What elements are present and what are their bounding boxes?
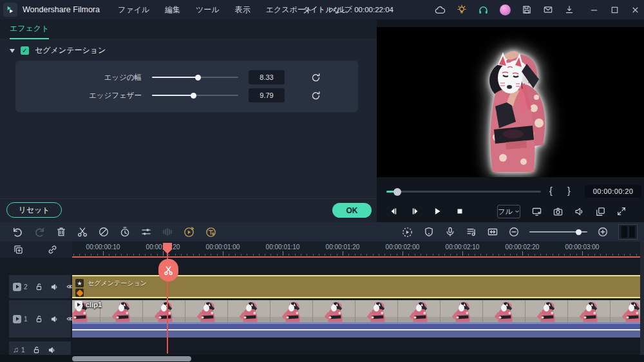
marker-shield-icon[interactable] [423,226,435,238]
ruler-tick [624,254,625,256]
account-avatar[interactable] [500,5,511,15]
scrubber-knob[interactable] [393,188,401,196]
lock-icon[interactable] [32,346,41,354]
mark-in-button[interactable]: { [549,186,553,196]
clip1-video-clip[interactable] [72,300,644,322]
crop-icon[interactable] [98,226,109,238]
copy-clip-icon[interactable] [13,244,24,255]
segmentation-checkbox[interactable]: ✓ [21,46,29,55]
stop-button[interactable] [455,206,465,216]
ruler-tick [421,254,421,256]
ruler-tick [553,254,553,256]
playhead-split-button[interactable] [158,259,178,281]
zoom-out-icon[interactable] [508,226,520,238]
ruler-tick [133,254,134,256]
maximize-button[interactable] [610,5,620,15]
next-frame-button[interactable] [410,206,421,216]
lock-icon[interactable] [35,283,43,291]
ruler-tick [558,254,559,256]
track-height-toggle[interactable] [618,224,638,240]
mute-track-icon[interactable] [50,283,59,291]
ruler-label: 00:00:01:00 [206,243,240,251]
cloud-icon[interactable] [435,5,446,15]
menu-file[interactable]: ファイル [118,5,149,15]
segmentation-section-header[interactable]: ✓ セグメンテーション [10,45,106,56]
slider-knob[interactable] [195,75,201,81]
timeline-horizontal-scrollbar[interactable] [0,355,644,362]
timeline-vertical-scrollbar[interactable] [640,242,644,355]
render-preview-icon[interactable] [401,226,413,238]
fit-timeline-icon[interactable] [487,226,498,238]
scrubber-track[interactable] [386,191,541,193]
split-scissors-icon[interactable] [77,226,88,238]
speed-timer-icon[interactable] [119,226,131,238]
ruler-tick [217,254,218,256]
mute-track-icon[interactable] [48,346,56,354]
play-button[interactable] [432,206,442,216]
menu-view[interactable]: 表示 [235,5,251,15]
export-frame-icon[interactable] [595,206,606,217]
text-to-speech-icon[interactable] [205,226,217,238]
slider-knob[interactable] [191,93,196,99]
ruler-label: 00:00:03:00 [565,243,600,251]
edge-feather-slider[interactable] [152,88,238,102]
timeline-ruler[interactable]: 00:00:00:1000:00:00:2000:00:01:0000:00:0… [72,242,644,258]
voiceover-mic-icon[interactable] [444,226,456,238]
mark-out-button[interactable]: } [567,186,571,196]
snapshot-camera-icon[interactable] [553,206,564,217]
zoom-slider-knob[interactable] [576,229,582,235]
edge-feather-value[interactable]: 9.79 [249,88,285,102]
delete-icon[interactable] [55,226,67,238]
hscroll-thumb[interactable] [72,356,191,361]
effect-star-icon: ★ [75,279,84,287]
edge-width-value[interactable]: 8.33 [249,70,285,84]
edge-feather-reset-icon[interactable] [309,89,322,102]
video-preview[interactable] [377,27,644,177]
save-icon[interactable] [522,5,532,15]
ruler-tick [535,254,535,256]
collapse-triangle-icon[interactable] [10,49,15,53]
clip1-thumbnail [526,300,568,322]
previous-frame-button[interactable] [388,206,399,216]
motion-tracking-icon[interactable] [183,226,195,238]
ok-button[interactable]: OK [332,203,372,218]
lightbulb-icon[interactable] [457,5,467,15]
ruler-tick [564,254,565,256]
download-icon[interactable] [564,5,574,15]
minimize-button[interactable] [589,5,599,15]
mail-icon[interactable] [543,5,553,15]
segmentation-effect-clip[interactable]: ★ セグメンテーション [72,275,644,298]
edge-width-slider[interactable] [152,70,238,84]
clip1-audio-waveform[interactable] [72,322,644,338]
clip1-thumbnail [270,300,313,322]
ruler-tick [522,251,523,256]
lock-icon[interactable] [35,315,43,323]
ruler-tick [576,254,577,256]
ruler-tick [457,254,457,256]
zoom-in-icon[interactable] [597,226,609,238]
ruler-tick [493,254,493,256]
undo-icon[interactable] [12,226,24,238]
headset-icon[interactable] [478,5,489,15]
tab-effects[interactable]: エフェクト [10,23,49,39]
menu-tools[interactable]: ツール [196,5,220,15]
ruler-tick [211,254,211,256]
redo-icon[interactable] [33,226,46,238]
ruler-tick [199,254,200,256]
mute-track-icon[interactable] [50,315,59,323]
preview-zoom-select[interactable]: フル [497,205,520,218]
mute-speaker-icon[interactable] [574,206,585,217]
fullscreen-icon[interactable] [616,206,627,216]
audio-mixer-icon[interactable] [466,226,477,238]
link-clips-icon[interactable] [47,244,58,255]
timeline-zoom-slider[interactable] [529,227,587,236]
adjust-sliders-icon[interactable] [140,226,152,238]
menu-edit[interactable]: 編集 [165,5,180,15]
reset-button[interactable]: リセット [6,202,62,218]
ruler-tick [307,254,307,256]
play-on-monitor-icon[interactable] [531,206,542,217]
audio-stretch-icon[interactable] [162,226,173,238]
ruler-tick [253,254,254,256]
close-button[interactable] [630,5,640,15]
edge-width-reset-icon[interactable] [309,71,322,84]
